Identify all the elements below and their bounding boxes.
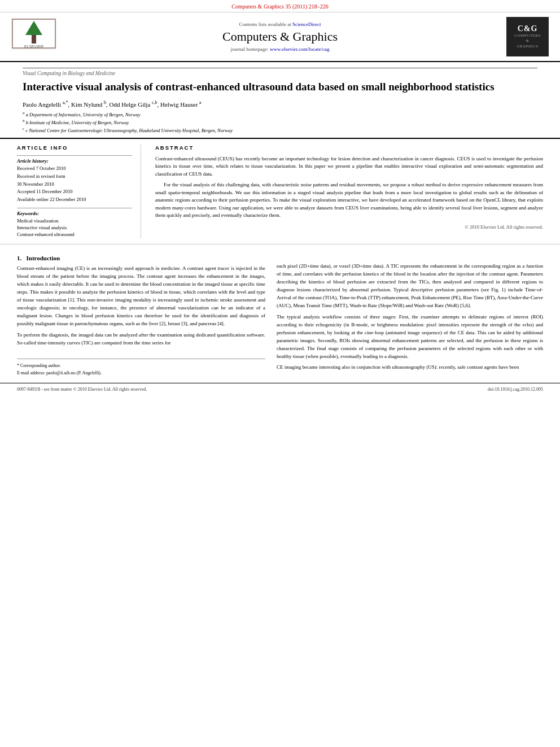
- main-body: 1. Introduction Contrast-enhanced imagin…: [0, 244, 560, 383]
- article-title: Interactive visual analysis of contrast-…: [23, 80, 537, 94]
- elsevier-logo-area: ELSEVIER: [11, 18, 62, 56]
- journal-header: ELSEVIER Contents lists available at Sci…: [0, 12, 560, 62]
- article-info-col: ARTICLE INFO Article history: Received 7…: [17, 145, 141, 238]
- intro-title: 1. Introduction: [17, 255, 265, 261]
- sciencedirect-link[interactable]: ScienceDirect: [292, 21, 321, 27]
- affiliations: a a Department of Informatics, Universit…: [23, 111, 537, 133]
- elsevier-logo: ELSEVIER: [11, 18, 56, 55]
- abstract-col: ABSTRACT Contrast-enhanced ultrasound (C…: [152, 145, 543, 238]
- keyword-3: Contrast-enhanced ultrasound: [17, 231, 132, 237]
- left-col: 1. Introduction Contrast-enhanced imagin…: [17, 250, 265, 377]
- keyword-1: Medical visualization: [17, 218, 132, 224]
- keywords-section: Keywords: Medical visualization Interact…: [17, 208, 132, 237]
- abstract-para1: Contrast-enhanced ultrasound (CEUS) has …: [155, 155, 543, 178]
- affiliation-a: a a Department of Informatics, Universit…: [23, 111, 537, 117]
- cg-logo-sub: COMPUTERS&GRAPHICS: [514, 33, 541, 49]
- received-revised-date: 30 November 2010: [17, 181, 132, 188]
- article-info-header: ARTICLE INFO: [17, 145, 132, 151]
- bottom-bar: 0097-8493/$ - see front matter © 2010 El…: [0, 383, 560, 395]
- section-title-text: Introduction: [27, 255, 60, 261]
- journal-title: Computers & Graphics: [62, 29, 498, 44]
- article-info-abstract-section: ARTICLE INFO Article history: Received 7…: [0, 139, 560, 244]
- svg-text:ELSEVIER: ELSEVIER: [24, 45, 43, 49]
- keywords-label: Keywords:: [17, 211, 132, 216]
- cg-logo-text: C&G: [518, 24, 538, 33]
- section-label: Visual Computing in Biology and Medicine: [23, 68, 537, 76]
- article-history: Article history: Received 7 October 2010…: [17, 155, 132, 203]
- bottom-issn: 0097-8493/$ - see front matter © 2010 El…: [17, 387, 147, 392]
- intro-para2: To perform the diagnosis, the imaged dat…: [17, 331, 265, 347]
- article-section: Visual Computing in Biology and Medicine…: [0, 62, 560, 139]
- footnote-area: * Corresponding author. E-mail address: …: [17, 359, 265, 376]
- received-revised-label: Received in revised form: [17, 173, 132, 180]
- journal-center: Contents lists available at ScienceDirec…: [62, 21, 498, 52]
- history-label: Article history:: [17, 158, 132, 164]
- citation-link[interactable]: Computers & Graphics 35 (2011) 218–226: [231, 3, 329, 10]
- bottom-doi: doi:10.1016/j.cag.2010.12.005: [488, 387, 543, 392]
- accepted-date: Accepted 11 December 2010: [17, 189, 132, 195]
- affiliation-c: c c National Centre for Gastroenterologi…: [23, 126, 537, 133]
- intro-para1: Contrast-enhanced imaging (CE) is an inc…: [17, 265, 265, 328]
- available-date: Available online 22 December 2010: [17, 196, 132, 203]
- contents-line: Contents lists available at ScienceDirec…: [62, 21, 498, 27]
- right-para3: CE imaging became interesting also in co…: [277, 364, 543, 372]
- right-para1: each pixel (2D+time data), or voxel (3D+…: [277, 263, 543, 310]
- right-para2: The typical analysis workflow consists o…: [277, 313, 543, 361]
- top-bar: Computers & Graphics 35 (2011) 218–226: [0, 0, 560, 12]
- authors-line: Paolo Angelelli a,*, Kim Nylund b, Odd H…: [23, 100, 537, 108]
- affiliation-b: b b Institute of Medicine, University of…: [23, 119, 537, 125]
- keyword-2: Interactive visual analysis: [17, 225, 132, 230]
- received-date: Received 7 October 2010: [17, 165, 132, 172]
- abstract-para2: For the visual analysis of this challeng…: [155, 181, 543, 220]
- section-num: 1.: [17, 255, 21, 261]
- abstract-copyright: © 2010 Elsevier Ltd. All rights reserved…: [155, 224, 543, 230]
- svg-rect-2: [32, 35, 36, 43]
- homepage-line: journal homepage: www.elsevier.com/locat…: [62, 46, 498, 52]
- abstract-header: ABSTRACT: [155, 145, 543, 151]
- cg-logo-box: C&G COMPUTERS&GRAPHICS: [506, 17, 549, 56]
- homepage-link[interactable]: www.elsevier.com/locate/cag: [270, 46, 329, 52]
- footnote-email: E-mail address: paolo@ii.uib.no (P. Ange…: [17, 370, 265, 376]
- abstract-text: Contrast-enhanced ultrasound (CEUS) has …: [155, 155, 543, 220]
- footnote-corresponding: * Corresponding author.: [17, 362, 265, 369]
- journal-logo-right: C&G COMPUTERS&GRAPHICS: [498, 17, 549, 56]
- right-col: each pixel (2D+time data), or voxel (3D+…: [277, 250, 543, 377]
